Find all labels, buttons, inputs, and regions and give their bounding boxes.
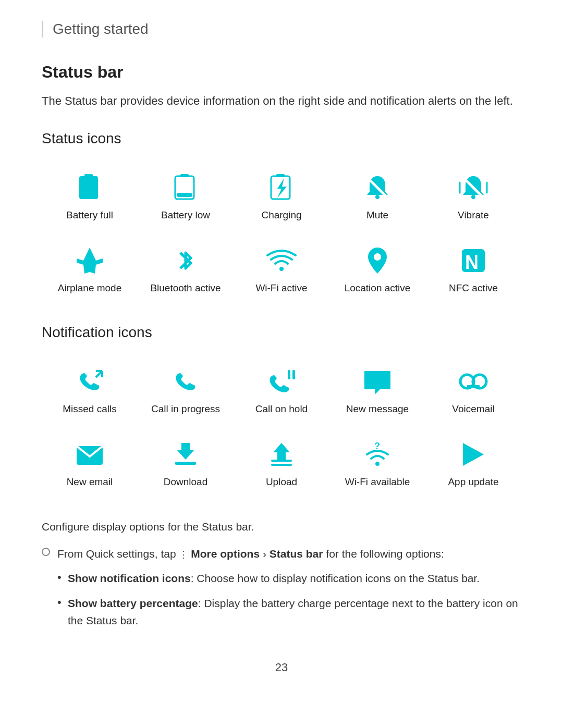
notification-icons-grid: Missed calls Call in progress Call on ho…	[42, 356, 521, 497]
status-icon-mute: Mute	[329, 163, 425, 230]
charging-label: Charging	[261, 209, 301, 221]
bluetooth-active-icon	[170, 245, 201, 276]
status-icons-grid: Battery full Battery low Charging Mute	[42, 163, 521, 303]
download-icon	[170, 439, 201, 470]
config-section: Configure display options for the Status…	[42, 518, 521, 630]
vibrate-label: Vibrate	[458, 209, 489, 221]
status-icon-bluetooth-active: Bluetooth active	[138, 236, 234, 303]
config-bullet-item: From Quick settings, tap ⋮ More options …	[42, 545, 521, 563]
status-icons-title: Status icons	[42, 130, 521, 147]
missed-calls-icon	[74, 366, 105, 397]
wifi-available-label: Wi-Fi available	[345, 476, 410, 488]
location-active-icon	[362, 245, 393, 276]
header-label: Getting started	[53, 21, 149, 37]
bluetooth-active-label: Bluetooth active	[150, 282, 221, 294]
battery-full-icon	[74, 172, 105, 203]
svg-marker-27	[177, 443, 194, 460]
page-number: 23	[42, 661, 521, 674]
download-label: Download	[164, 476, 208, 488]
svg-text:?: ?	[374, 441, 380, 451]
vibrate-icon	[458, 172, 489, 203]
call-in-progress-icon	[170, 366, 201, 397]
svg-point-14	[279, 267, 284, 271]
notification-icon-download: Download	[138, 429, 234, 497]
location-active-label: Location active	[345, 282, 411, 294]
new-message-icon	[362, 366, 393, 397]
config-option-notification-icons: Show notification icons: Choose how to d…	[57, 570, 521, 587]
notification-icon-voicemail: Voicemail	[425, 356, 521, 424]
page-header: Getting started	[42, 21, 521, 38]
call-in-progress-label: Call in progress	[151, 403, 220, 415]
upload-icon	[266, 439, 297, 470]
call-on-hold-label: Call on hold	[255, 403, 308, 415]
notification-icon-call-on-hold: Call on hold	[234, 356, 329, 424]
svg-rect-6	[276, 174, 285, 177]
section-desc: The Status bar provides device informati…	[42, 92, 521, 109]
svg-marker-29	[273, 443, 290, 461]
svg-marker-7	[277, 178, 287, 198]
status-icon-wifi-active: Wi-Fi active	[234, 236, 329, 303]
call-on-hold-icon	[266, 366, 297, 397]
airplane-mode-label: Airplane mode	[58, 282, 122, 294]
notification-icon-wifi-available: ? Wi-Fi available	[329, 429, 425, 497]
svg-rect-31	[271, 460, 292, 462]
mute-icon	[362, 172, 393, 203]
svg-rect-4	[177, 193, 192, 197]
battery-full-label: Battery full	[66, 209, 113, 221]
status-icon-battery-full: Battery full	[42, 163, 138, 230]
notification-icon-call-in-progress: Call in progress	[138, 356, 234, 424]
nfc-active-label: NFC active	[449, 282, 498, 294]
status-icon-nfc-active: N NFC active	[425, 236, 521, 303]
voicemail-label: Voicemail	[452, 403, 494, 415]
new-message-label: New message	[346, 403, 409, 415]
svg-rect-21	[288, 370, 290, 379]
svg-point-8	[375, 195, 380, 199]
svg-rect-25	[467, 385, 480, 388]
svg-rect-3	[180, 174, 189, 177]
config-option-battery-percentage: Show battery percentage: Display the bat…	[57, 595, 521, 630]
upload-label: Upload	[266, 476, 297, 488]
svg-point-10	[471, 195, 475, 199]
charging-icon	[266, 172, 297, 203]
svg-text:N: N	[465, 252, 479, 273]
notification-icon-new-message: New message	[329, 356, 425, 424]
svg-rect-1	[84, 174, 93, 177]
svg-point-15	[374, 253, 381, 261]
wifi-active-icon	[266, 245, 297, 276]
status-icon-location-active: Location active	[329, 236, 425, 303]
nfc-active-icon: N	[458, 245, 489, 276]
config-options-list: Show notification icons: Choose how to d…	[57, 570, 521, 630]
missed-calls-label: Missed calls	[63, 403, 116, 415]
notification-icon-new-email: New email	[42, 429, 138, 497]
svg-rect-28	[175, 462, 196, 465]
wifi-active-label: Wi-Fi active	[255, 282, 307, 294]
notification-icon-missed-calls: Missed calls	[42, 356, 138, 424]
circle-bullet-icon	[42, 548, 50, 556]
new-email-icon	[74, 439, 105, 470]
status-icon-battery-low: Battery low	[138, 163, 234, 230]
notification-icons-title: Notification icons	[42, 324, 521, 341]
config-intro: Configure display options for the Status…	[42, 518, 521, 536]
status-icon-charging: Charging	[234, 163, 329, 230]
notification-icon-upload: Upload	[234, 429, 329, 497]
config-bullet-text: From Quick settings, tap ⋮ More options …	[57, 545, 444, 563]
status-icon-airplane-mode: Airplane mode	[42, 236, 138, 303]
svg-marker-34	[463, 443, 484, 466]
wifi-available-icon: ?	[362, 439, 393, 470]
airplane-mode-icon	[74, 245, 105, 276]
voicemail-icon	[458, 366, 489, 397]
battery-low-icon	[170, 172, 201, 203]
svg-rect-0	[79, 176, 98, 199]
notification-icon-app-update: App update	[425, 429, 521, 497]
svg-rect-22	[292, 370, 295, 379]
status-icon-vibrate: Vibrate	[425, 163, 521, 230]
new-email-label: New email	[67, 476, 113, 488]
app-update-icon	[458, 439, 489, 470]
app-update-label: App update	[448, 476, 498, 488]
mute-label: Mute	[366, 209, 388, 221]
svg-point-32	[375, 462, 380, 466]
battery-low-label: Battery low	[161, 209, 210, 221]
svg-rect-30	[271, 464, 292, 466]
section-title: Status bar	[42, 63, 521, 82]
